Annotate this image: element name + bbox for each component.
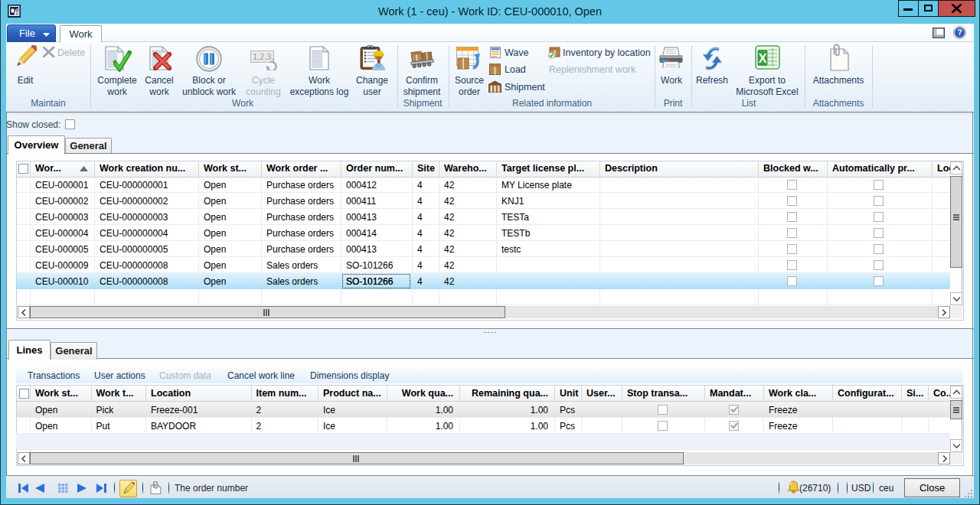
svg-text:1,2,3,: 1,2,3, xyxy=(253,52,274,61)
svg-text:?: ? xyxy=(957,28,962,37)
svg-text:X: X xyxy=(759,52,767,65)
